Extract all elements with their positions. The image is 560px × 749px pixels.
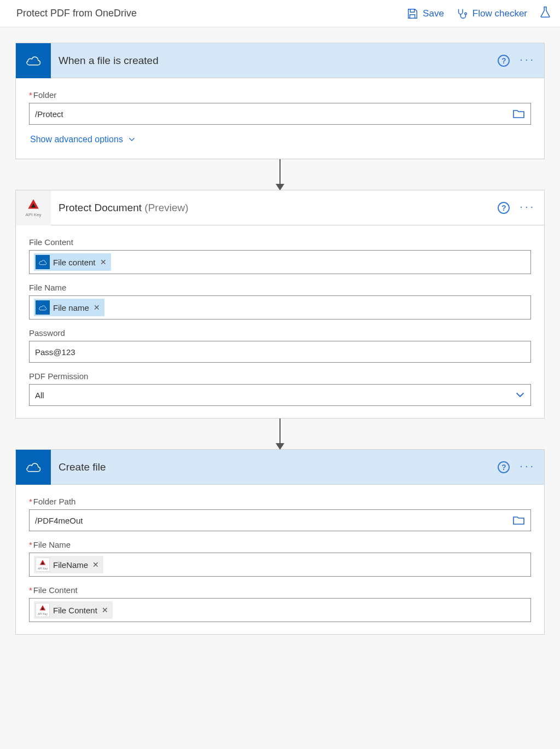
step-title: When a file is created	[59, 55, 490, 67]
filename-chip[interactable]: API Key FileName ✕	[34, 556, 103, 573]
topbar: Protect PDF from OneDrive Save Flow chec…	[0, 0, 560, 27]
filecontent-chip[interactable]: File content ✕	[34, 253, 111, 271]
password-input[interactable]: Pass@123	[29, 341, 531, 363]
help-icon[interactable]: ?	[498, 202, 510, 214]
page-title: Protect PDF from OneDrive	[16, 8, 406, 19]
stethoscope-icon	[456, 8, 468, 20]
step-body: File Content File content ✕ File Name Fi…	[16, 225, 544, 418]
filename-input[interactable]: API Key FileName ✕	[29, 553, 531, 577]
test-button[interactable]	[539, 6, 551, 21]
step-title: Protect Document (Preview)	[59, 202, 490, 214]
step-protect-card: API Key Protect Document (Preview) ? ···…	[15, 190, 545, 419]
filecontent-label: File Content	[29, 237, 531, 247]
more-icon[interactable]: ···	[520, 54, 535, 65]
step-body: *Folder Path /PDF4meOut *File Name API K…	[16, 485, 544, 634]
filename-chip[interactable]: File name ✕	[34, 299, 104, 316]
folder-value[interactable]: /Protect	[34, 107, 510, 121]
password-label: Password	[29, 328, 531, 338]
save-button[interactable]: Save	[406, 8, 444, 20]
folder-label: *Folder	[29, 90, 531, 100]
permission-label: PDF Permission	[29, 371, 531, 381]
folderpath-value[interactable]: /PDF4meOut	[34, 514, 510, 527]
filename-label: *File Name	[29, 540, 531, 549]
more-icon[interactable]: ···	[520, 201, 535, 212]
folder-picker-icon[interactable]	[513, 515, 525, 525]
flow-checker-button[interactable]: Flow checker	[456, 8, 527, 20]
onedrive-icon	[36, 255, 50, 269]
flask-icon	[539, 6, 551, 18]
apikey-logo-icon	[26, 198, 40, 212]
topbar-actions: Save Flow checker	[406, 6, 551, 21]
filename-label: File Name	[29, 283, 531, 292]
filecontent-chip[interactable]: API Key File Content ✕	[34, 601, 113, 619]
filecontent-input[interactable]: File content ✕	[29, 250, 531, 274]
folder-input-row[interactable]: /Protect	[29, 103, 531, 125]
step-header[interactable]: When a file is created ? ···	[16, 43, 544, 78]
remove-chip-icon[interactable]: ✕	[100, 258, 107, 266]
filecontent-input[interactable]: API Key File Content ✕	[29, 598, 531, 622]
step-body: *Folder /Protect Show advanced options	[16, 78, 544, 159]
more-icon[interactable]: ···	[520, 460, 535, 471]
onedrive-icon	[16, 450, 51, 485]
remove-chip-icon[interactable]: ✕	[92, 560, 99, 569]
step-trigger-card: When a file is created ? ··· *Folder /Pr…	[15, 43, 545, 159]
permission-value: All	[34, 388, 511, 402]
step-header[interactable]: API Key Protect Document (Preview) ? ···	[16, 190, 544, 225]
chevron-down-icon[interactable]	[514, 389, 526, 401]
show-advanced-link[interactable]: Show advanced options	[29, 125, 531, 147]
folder-picker-icon[interactable]	[513, 109, 525, 119]
onedrive-icon	[16, 43, 51, 78]
step-header[interactable]: Create file ? ···	[16, 450, 544, 485]
help-icon[interactable]: ?	[498, 55, 510, 67]
flow-canvas: When a file is created ? ··· *Folder /Pr…	[0, 27, 560, 650]
connector-arrow	[279, 159, 281, 190]
onedrive-icon	[36, 300, 50, 315]
folderpath-label: *Folder Path	[29, 497, 531, 506]
filename-input[interactable]: File name ✕	[29, 295, 531, 320]
remove-chip-icon[interactable]: ✕	[102, 606, 108, 614]
save-label: Save	[423, 8, 444, 19]
step-title: Create file	[59, 461, 490, 473]
connector-arrow	[279, 419, 281, 449]
flow-checker-label: Flow checker	[472, 8, 527, 19]
save-icon	[406, 8, 418, 20]
password-value[interactable]: Pass@123	[34, 345, 526, 359]
pdf4me-icon: API Key	[36, 603, 50, 617]
step-createfile-card: Create file ? ··· *Folder Path /PDF4meOu…	[15, 449, 545, 635]
chevron-down-icon	[127, 135, 136, 144]
pdf4me-icon: API Key	[36, 558, 50, 572]
filecontent-label: *File Content	[29, 585, 531, 595]
pdf4me-icon: API Key	[16, 190, 51, 225]
permission-select[interactable]: All	[29, 384, 531, 406]
folderpath-input[interactable]: /PDF4meOut	[29, 509, 531, 531]
remove-chip-icon[interactable]: ✕	[94, 303, 100, 312]
help-icon[interactable]: ?	[498, 461, 510, 473]
